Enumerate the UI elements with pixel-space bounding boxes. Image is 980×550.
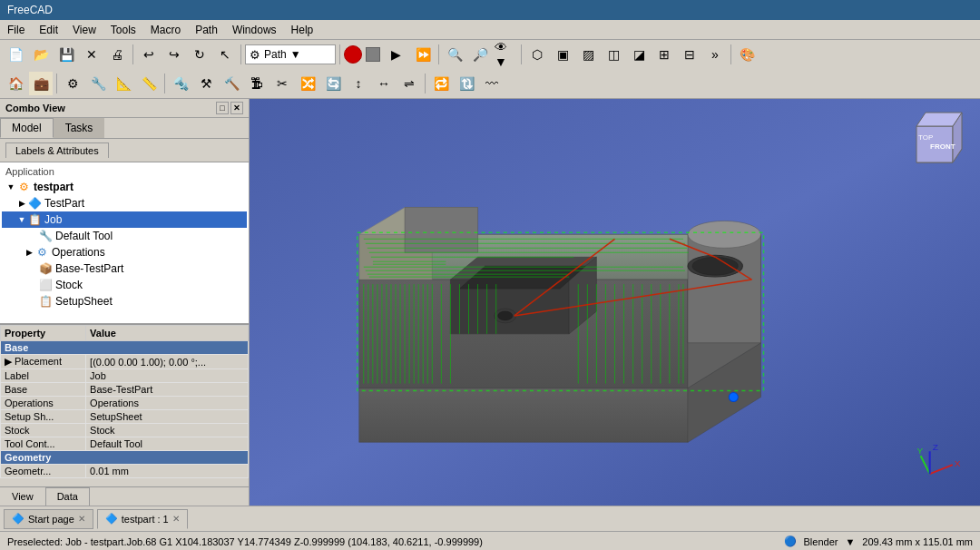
prop-row-geometry[interactable]: Geometr... 0.01 mm xyxy=(1,465,249,478)
path2-button[interactable]: 🔧 xyxy=(86,72,110,95)
menu-help[interactable]: Help xyxy=(284,22,321,38)
menu-edit[interactable]: Edit xyxy=(32,22,65,38)
combo-minimize-button[interactable]: □ xyxy=(216,102,229,114)
save-button[interactable]: 💾 xyxy=(54,43,78,66)
tree-item-operations[interactable]: ▶ ⚙ Operations xyxy=(2,244,247,260)
left-view-button[interactable]: ◫ xyxy=(602,43,625,66)
play-button[interactable]: ▶ xyxy=(384,43,407,66)
mod2-button[interactable]: 🔃 xyxy=(455,72,478,95)
tree-label-operations: Operations xyxy=(52,246,105,259)
tree-item-base-testpart[interactable]: 📦 Base-TestPart xyxy=(2,260,247,277)
mod3-button[interactable]: 〰 xyxy=(480,72,504,95)
front-view-button[interactable]: ▣ xyxy=(551,43,574,66)
back-view-button[interactable]: ▨ xyxy=(576,43,600,66)
right-view-button[interactable]: ◪ xyxy=(627,43,651,66)
print-button[interactable]: 🖨 xyxy=(105,43,129,66)
tree-item-default-tool[interactable]: 🔧 Default Tool xyxy=(2,228,247,244)
prop-row-label[interactable]: Label Job xyxy=(1,369,249,383)
tab-testpart-close[interactable]: ✕ xyxy=(172,514,180,524)
tree-item-testpart2[interactable]: ▶ 🔷 TestPart xyxy=(2,195,247,211)
new-button[interactable]: 📄 xyxy=(4,43,27,66)
open-button[interactable]: 📂 xyxy=(29,43,53,66)
combo-close-button[interactable]: ✕ xyxy=(230,102,243,114)
mod1-button[interactable]: 🔁 xyxy=(429,72,453,95)
prop-placement-label: ▶ Placement xyxy=(1,355,86,369)
tree-item-job[interactable]: ▼ 📋 Job xyxy=(2,211,247,228)
tab-data[interactable]: Data xyxy=(45,487,90,506)
zoom-in-button[interactable]: 🔍 xyxy=(443,43,466,66)
viewport[interactable]: X Y Z FRONT TOP xyxy=(250,99,980,506)
op4-button[interactable]: 🗜 xyxy=(245,72,269,95)
renderer-arrow[interactable]: ▼ xyxy=(845,536,855,547)
sep1 xyxy=(132,44,133,64)
redo-button[interactable]: ↪ xyxy=(162,43,186,66)
view-menu-button[interactable]: 👁▼ xyxy=(494,43,517,66)
tree-label-testpart: testpart xyxy=(34,181,74,193)
stop-button[interactable] xyxy=(366,47,380,62)
more-views-button[interactable]: » xyxy=(703,43,727,66)
job-button[interactable]: 💼 xyxy=(29,72,53,95)
style-button[interactable]: 🎨 xyxy=(735,43,759,66)
prop-row-base[interactable]: Base Base-TestPart xyxy=(1,383,249,397)
tree-item-stock[interactable]: ⬜ Stock xyxy=(2,277,247,293)
prop-operations-value: Operations xyxy=(86,397,249,410)
status-left: Preselected: Job - testpart.Job.68 G1 X1… xyxy=(7,536,483,547)
iso-view-button[interactable]: ⬡ xyxy=(525,43,549,66)
nav-cube[interactable]: FRONT TOP xyxy=(898,108,971,181)
menu-view[interactable]: View xyxy=(65,22,103,38)
tree-arrow-job: ▼ xyxy=(16,215,27,224)
svg-text:Y: Y xyxy=(917,446,924,456)
undo-button[interactable]: ↩ xyxy=(137,43,161,66)
path3-button[interactable]: 📐 xyxy=(112,72,135,95)
combo-view-header: Combo View □ ✕ xyxy=(0,99,249,118)
close-button[interactable]: ✕ xyxy=(80,43,103,66)
prop-row-stock[interactable]: Stock Stock xyxy=(1,424,249,437)
prop-row-operations[interactable]: Operations Operations xyxy=(1,397,249,410)
refresh-button[interactable]: ↻ xyxy=(188,43,211,66)
prop-row-placement[interactable]: ▶ Placement [(0.00 0.00 1.00); 0.00 °;..… xyxy=(1,355,249,369)
tab-testpart[interactable]: 🔷 testpart : 1 ✕ xyxy=(97,509,188,529)
zoom-out-button[interactable]: 🔎 xyxy=(468,43,492,66)
op3-button[interactable]: 🔨 xyxy=(220,72,243,95)
op7-button[interactable]: 🔄 xyxy=(321,72,345,95)
tab-model[interactable]: Model xyxy=(0,118,54,138)
property-table: Property Value Base ▶ Placement [(0.00 0… xyxy=(0,325,249,486)
path-dropdown[interactable]: ⚙ Path ▼ xyxy=(245,44,336,64)
home-button[interactable]: 🏠 xyxy=(4,72,27,95)
menu-tools[interactable]: Tools xyxy=(103,22,143,38)
tree-arrow-testpart2: ▶ xyxy=(16,199,27,208)
base-icon: 📦 xyxy=(38,261,53,276)
op10-button[interactable]: ⇌ xyxy=(397,72,421,95)
pointer-button[interactable]: ↖ xyxy=(213,43,237,66)
record-button[interactable] xyxy=(344,45,362,64)
tab-start-page[interactable]: 🔷 Start page ✕ xyxy=(4,509,93,529)
menu-windows[interactable]: Windows xyxy=(225,22,284,38)
top-view-button[interactable]: ⊞ xyxy=(652,43,676,66)
tab-start-page-label: Start page xyxy=(28,514,74,525)
tree-item-setupsheet[interactable]: 📋 SetupSheet xyxy=(2,293,247,309)
tab-view[interactable]: View xyxy=(0,487,45,506)
prop-row-toolcont[interactable]: Tool Cont... Default Tool xyxy=(1,437,249,451)
tree-item-testpart[interactable]: ▼ ⚙ testpart xyxy=(2,179,247,195)
op1-button[interactable]: 🔩 xyxy=(169,72,192,95)
op6-button[interactable]: 🔀 xyxy=(296,72,319,95)
op5-button[interactable]: ✂ xyxy=(270,72,294,95)
tab-start-page-close[interactable]: ✕ xyxy=(78,514,85,524)
op8-button[interactable]: ↕ xyxy=(347,72,370,95)
op2-button[interactable]: ⚒ xyxy=(194,72,218,95)
tree-label-stock: Stock xyxy=(55,279,83,291)
menu-path[interactable]: Path xyxy=(188,22,225,38)
menu-macro[interactable]: Macro xyxy=(143,22,188,38)
sep4 xyxy=(438,44,439,64)
ff-button[interactable]: ⏩ xyxy=(411,43,435,66)
tree-label-job: Job xyxy=(44,213,62,226)
prop-row-setup[interactable]: Setup Sh... SetupSheet xyxy=(1,410,249,424)
value-col-header: Value xyxy=(86,326,249,341)
menu-file[interactable]: File xyxy=(0,22,32,38)
labels-attributes-button[interactable]: Labels & Attributes xyxy=(5,142,109,158)
bottom-view-button[interactable]: ⊟ xyxy=(678,43,701,66)
path1-button[interactable]: ⚙ xyxy=(61,72,84,95)
op9-button[interactable]: ↔ xyxy=(372,72,396,95)
path4-button[interactable]: 📏 xyxy=(137,72,161,95)
tab-tasks[interactable]: Tasks xyxy=(54,118,105,138)
